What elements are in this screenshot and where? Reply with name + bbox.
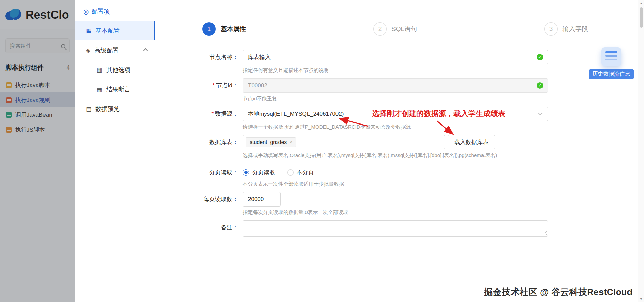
valid-check-icon: ✓ xyxy=(537,82,543,89)
radio-unpaged[interactable]: 不分页 xyxy=(287,169,314,176)
radio-paged-label: 分页读取 xyxy=(252,169,275,176)
node-id-label: *节点Id： xyxy=(158,78,243,102)
step-number: 2 xyxy=(373,22,387,36)
step-number: 1 xyxy=(202,22,216,36)
step-connector xyxy=(255,29,364,29)
config-tab-result-assert[interactable]: ▦ 结果断言 xyxy=(75,80,155,99)
step-indicator: 1 基本属性 2 SQL语句 3 输入字段 xyxy=(156,0,638,36)
modal-dim-overlay xyxy=(0,0,75,302)
config-tab-label: 高级配置 xyxy=(94,46,119,54)
config-tab-label: 其他选项 xyxy=(106,66,130,74)
tag-close-icon[interactable]: × xyxy=(289,140,292,145)
component-sidebar: RestClo 脚本执行组件 4 执行Java脚本 执行Java规则 调用Jav… xyxy=(0,0,75,302)
form-row-db-table: 数据库表： student_grades × 载入数据库表 选择或手动填写表名,… xyxy=(158,135,638,159)
form-row-datasource: *数据源： 本地mysql(ETL_MYSQL_240617002) 请选择一个… xyxy=(158,107,638,130)
config-tab-advanced[interactable]: ◈ 高级配置 xyxy=(75,40,155,60)
tutorial-annotation: 选择刚才创建的数据源，载入学生成绩表 xyxy=(372,109,505,119)
grid-icon: ▦ xyxy=(86,28,91,34)
node-config-form: 节点名称： ✓ 指定任何有意义且能描述本节点的说明 *节点Id： ✓ 节点id不… xyxy=(156,50,638,237)
radio-paged[interactable]: 分页读取 xyxy=(243,169,275,176)
config-target-icon: ◎ xyxy=(83,8,89,15)
chevron-up-icon[interactable] xyxy=(143,48,148,53)
config-panel: ◎ 配置项 ▦ 基本配置 ◈ 高级配置 ▦ 其他选项 ▦ 结果断言 ▤ 数据预览 xyxy=(75,0,155,302)
step-number: 3 xyxy=(544,22,558,36)
step-label: 基本属性 xyxy=(221,25,246,33)
scroll-down-icon[interactable]: ▼ xyxy=(638,297,644,301)
remark-label: 备注： xyxy=(158,220,243,237)
node-id-input xyxy=(243,78,548,93)
grid-icon: ▦ xyxy=(97,87,102,92)
history-dataflow-label: 历史数据流信息 xyxy=(589,69,634,79)
db-table-label: 数据库表： xyxy=(158,135,243,159)
step-label: SQL语句 xyxy=(391,25,417,33)
required-star: * xyxy=(212,82,215,89)
node-name-input[interactable] xyxy=(243,50,548,64)
vertical-scrollbar[interactable]: ▲ ▼ xyxy=(638,0,644,302)
config-tab-data-preview[interactable]: ▤ 数据预览 xyxy=(75,99,155,119)
watermark-text: 掘金技术社区 @ 谷云科技RestCloud xyxy=(484,286,633,298)
list-icon: ▤ xyxy=(86,106,91,112)
scroll-up-icon[interactable]: ▲ xyxy=(638,1,644,5)
radio-unpaged-label: 不分页 xyxy=(297,169,314,176)
config-panel-title-text: 配置项 xyxy=(92,7,110,16)
table-tag: student_grades × xyxy=(246,137,296,147)
load-db-tables-button[interactable]: 载入数据库表 xyxy=(448,135,495,149)
radio-selected-icon[interactable] xyxy=(243,169,249,176)
table-tag-text: student_grades xyxy=(250,139,287,145)
step-label: 输入字段 xyxy=(562,25,588,33)
form-row-paging: 分页读取： 分页读取 不分页 不分页表示一次性全部读取适用于少批量数据 xyxy=(158,165,638,187)
form-row-remark: 备注： xyxy=(158,220,638,237)
paging-help: 不分页表示一次性全部读取适用于少批量数据 xyxy=(243,181,344,187)
node-id-help: 节点id不能重复 xyxy=(243,95,548,102)
grid-icon: ▦ xyxy=(97,67,102,73)
radio-unselected-icon[interactable] xyxy=(287,169,294,176)
node-name-label: 节点名称： xyxy=(158,50,243,74)
app-screen: RestClo 脚本执行组件 4 执行Java脚本 执行Java规则 调用Jav… xyxy=(0,0,644,302)
datasource-selected-value: 本地mysql(ETL_MYSQL_240617002) xyxy=(248,110,344,118)
history-data-icon[interactable] xyxy=(601,47,621,66)
step-basic-properties[interactable]: 1 基本属性 xyxy=(202,22,246,36)
form-row-page-size: 每页读取数： 指定每次分页读取的数据量,0表示一次全部读取 xyxy=(158,192,638,216)
page-size-input[interactable] xyxy=(243,192,281,207)
datasource-help: 请选择一个数据源,允许通过P_MODEL_DATASRCID变量来动态改变数据源 xyxy=(243,123,548,130)
form-row-node-id: *节点Id： ✓ 节点id不能重复 xyxy=(158,78,638,102)
datasource-label: *数据源： xyxy=(158,107,243,130)
config-tab-other-options[interactable]: ▦ 其他选项 xyxy=(75,60,155,80)
step-sql-statement[interactable]: 2 SQL语句 xyxy=(373,22,417,36)
valid-check-icon: ✓ xyxy=(537,54,543,60)
page-size-label: 每页读取数： xyxy=(158,192,243,216)
history-dataflow-widget[interactable]: 历史数据流信息 xyxy=(589,47,634,79)
remark-textarea[interactable] xyxy=(243,220,548,237)
paging-label: 分页读取： xyxy=(158,165,243,187)
step-input-fields[interactable]: 3 输入字段 xyxy=(544,22,588,36)
db-table-input[interactable]: student_grades × xyxy=(243,135,445,149)
page-size-help: 指定每次分页读取的数据量,0表示一次全部读取 xyxy=(243,209,348,216)
scrollbar-thumb[interactable] xyxy=(640,7,643,28)
config-tab-basic[interactable]: ▦ 基本配置 xyxy=(75,21,155,40)
required-star: * xyxy=(211,111,214,117)
node-name-help: 指定任何有意义且能描述本节点的说明 xyxy=(243,67,548,74)
form-row-node-name: 节点名称： ✓ 指定任何有意义且能描述本节点的说明 xyxy=(158,50,638,74)
config-tab-label: 基本配置 xyxy=(95,27,120,35)
diamond-icon: ◈ xyxy=(86,48,90,53)
step-connector xyxy=(426,29,535,29)
config-panel-title: ◎ 配置项 xyxy=(75,0,155,21)
config-tab-label: 结果断言 xyxy=(106,85,130,93)
config-tab-label: 数据预览 xyxy=(95,105,120,113)
db-table-help: 选择或手动填写表名,Oracle支持(用户.表名),mysql支持(库名.表名)… xyxy=(243,152,497,159)
main-content: 1 基本属性 2 SQL语句 3 输入字段 节点名称： ✓ 指定任何有意义 xyxy=(156,0,638,302)
